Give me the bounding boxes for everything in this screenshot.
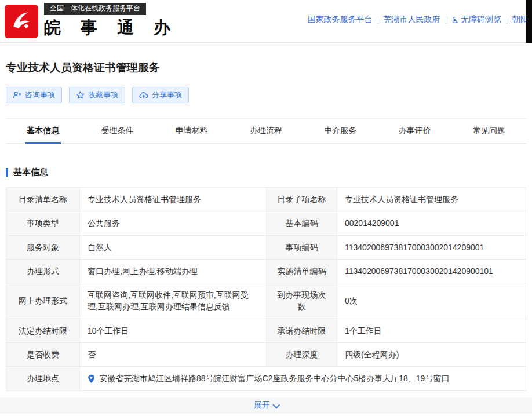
consult-item-label: 咨询事项: [25, 90, 55, 100]
consult-item-button[interactable]: 咨询事项: [6, 87, 62, 103]
tab-agency-service[interactable]: 中介服务: [303, 119, 377, 143]
favorite-item-button[interactable]: 收藏事项: [69, 87, 125, 103]
tab-label: 办理流程: [250, 126, 282, 136]
share-item-label: 分享事项: [152, 90, 182, 100]
row-label: 基本编码: [267, 211, 337, 235]
page-title: 专业技术人员资格证书管理服务: [6, 60, 526, 75]
site-title: 皖 事 通 办: [44, 16, 178, 39]
table-row: 办理形式 窗口办理,网上办理,移动端办理 实施清单编码 113402006973…: [6, 260, 526, 283]
favorite-item-label: 收藏事项: [88, 90, 118, 100]
row-label: 法定办结时限: [6, 319, 80, 342]
row-label: 事项类型: [6, 211, 80, 235]
row-label: 网上办理形式: [6, 283, 80, 319]
table-row: 法定办结时限 10个工作日 承诺办结时限 1个工作日: [6, 319, 526, 343]
row-label: 是否收费: [6, 343, 80, 366]
row-label: 到办事现场次数: [267, 283, 337, 319]
expand-button[interactable]: 展开: [0, 398, 532, 414]
row-label: 目录清单名称: [6, 188, 80, 211]
tab-label: 中介服务: [324, 126, 356, 136]
chevron-down-icon: [273, 401, 280, 408]
tab-label: 受理条件: [101, 126, 133, 136]
table-row: 事项类型 公共服务 基本编码 002014209001: [6, 211, 526, 235]
nav-separator: [507, 16, 507, 24]
table-row: 目录清单名称 专业技术人员资格证书管理服务 目录子项名称 专业技术人员资格证书管…: [6, 188, 526, 211]
tab-faq[interactable]: 常见问题: [452, 119, 526, 143]
action-chips: 咨询事项 收藏事项 分享事项: [6, 87, 526, 103]
platform-badge: 全国一体化在线政务服务平台: [44, 3, 146, 15]
row-value: 专业技术人员资格证书管理服务: [80, 188, 267, 211]
row-value: 专业技术人员资格证书管理服务: [337, 188, 526, 211]
row-label: 办理地点: [6, 367, 80, 390]
expand-label: 展开: [254, 400, 270, 411]
table-row: 是否收费 否 办理深度 四级(全程网办): [6, 343, 526, 367]
nav-separator: [378, 16, 378, 24]
row-value: 1个工作日: [337, 319, 526, 342]
tab-label: 常见问题: [473, 126, 505, 136]
tab-application-materials[interactable]: 申请材料: [155, 119, 229, 143]
share-cloud-icon: [139, 92, 148, 99]
wheelchair-icon: ♿: [451, 16, 459, 24]
row-label: 办理深度: [267, 343, 337, 366]
table-row: 服务对象 自然人 事项编码 11340200697381700030020142…: [6, 236, 526, 260]
corner-dark-strip: [526, 0, 532, 43]
row-value: 1134020069738170003002014209001: [337, 236, 526, 259]
location-pin-icon: [88, 374, 95, 384]
tab-label: 申请材料: [176, 126, 208, 136]
row-value: 互联网咨询,互联网收件,互联网预审,互联网受理,互联网办理,互联网办理结果信息反…: [80, 283, 267, 319]
row-value: 0次: [337, 283, 526, 319]
row-value: 10个工作日: [80, 319, 267, 342]
address-text: 安徽省芜湖市鸠江区瑞祥路88号皖江财富广场C2座政务服务中心分中心5楼办事大厅1…: [99, 372, 449, 384]
table-row-address: 办理地点 安徽省芜湖市鸠江区瑞祥路88号皖江财富广场C2座政务服务中心分中心5楼…: [6, 367, 526, 390]
row-value: 002014209001: [337, 211, 526, 235]
brand-block: 全国一体化在线政务服务平台 皖 事 通 办: [44, 3, 178, 39]
section-accent-bar: [6, 168, 8, 177]
header-nav: 国家政务服务平台 芜湖市人民政府 ♿ 无障碍浏览 朝阳: [308, 14, 529, 25]
row-label: 服务对象: [6, 236, 80, 259]
share-item-button[interactable]: 分享事项: [132, 87, 189, 103]
tab-label: 办事评价: [399, 126, 431, 136]
accessibility-label: 无障碍浏览: [461, 14, 501, 25]
row-value: 自然人: [80, 236, 267, 259]
main-content: 专业技术人员资格证书管理服务 咨询事项 收藏事项: [0, 60, 532, 391]
site-header: 全国一体化在线政务服务平台 皖 事 通 办 国家政务服务平台 芜湖市人民政府 ♿…: [0, 0, 532, 43]
row-label: 承诺办结时限: [267, 319, 337, 342]
row-value: 四级(全程网办): [337, 343, 526, 366]
tab-process[interactable]: 办理流程: [229, 119, 303, 143]
site-logo: [5, 5, 38, 38]
tab-bar: 基本信息 受理条件 申请材料 办理流程 中介服务 办事评价 常见问题: [6, 118, 526, 144]
row-value: 否: [80, 343, 267, 366]
nav-link-wuhu-government[interactable]: 芜湖市人民政府: [384, 14, 440, 25]
section-title: 基本信息: [13, 167, 48, 178]
row-value: 113402006973817000300201420900101: [337, 260, 526, 283]
table-row: 网上办理形式 互联网咨询,互联网收件,互联网预审,互联网受理,互联网办理,互联网…: [6, 283, 526, 319]
consult-person-icon: [13, 91, 21, 99]
star-icon: [76, 91, 85, 99]
tab-basic-info[interactable]: 基本信息: [6, 119, 80, 143]
tab-acceptance-conditions[interactable]: 受理条件: [80, 119, 154, 143]
tab-label: 基本信息: [27, 126, 59, 136]
section-header: 基本信息: [6, 167, 526, 178]
row-label: 事项编码: [267, 236, 337, 259]
row-value: 公共服务: [80, 211, 267, 235]
accessibility-link[interactable]: ♿ 无障碍浏览: [451, 14, 501, 25]
row-label: 实施清单编码: [267, 260, 337, 283]
nav-link-national-platform[interactable]: 国家政务服务平台: [308, 14, 373, 25]
brand-swirl-icon: [9, 8, 34, 35]
row-label: 目录子项名称: [267, 188, 337, 211]
basic-info-table: 目录清单名称 专业技术人员资格证书管理服务 目录子项名称 专业技术人员资格证书管…: [6, 187, 526, 391]
row-value: 窗口办理,网上办理,移动端办理: [80, 260, 267, 283]
row-label: 办理形式: [6, 260, 80, 283]
tab-evaluation[interactable]: 办事评价: [377, 119, 451, 143]
address-value-cell: 安徽省芜湖市鸠江区瑞祥路88号皖江财富广场C2座政务服务中心分中心5楼办事大厅1…: [80, 367, 526, 390]
nav-separator: [446, 16, 446, 24]
